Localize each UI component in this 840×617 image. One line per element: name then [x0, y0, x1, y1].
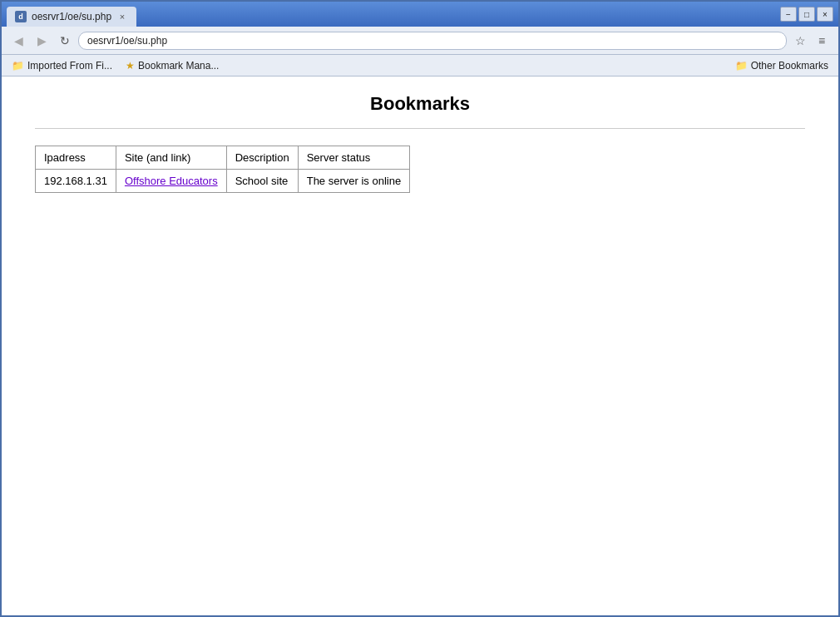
bookmarks-table: Ipadress Site (and link) Description Ser…: [35, 146, 410, 193]
cell-description: School site: [226, 170, 298, 193]
bookmark-star-button[interactable]: ☆: [790, 31, 810, 51]
site-link[interactable]: Offshore Educators: [125, 175, 218, 187]
bookmarks-bar: 📁 Imported From Fi... ★ Bookmark Mana...…: [2, 55, 838, 77]
minimize-button[interactable]: −: [780, 7, 797, 22]
table-header-row: Ipadress Site (and link) Description Ser…: [36, 146, 410, 170]
bookmark-item-other[interactable]: 📁 Other Bookmarks: [732, 58, 832, 73]
col-header-ip: Ipadress: [36, 146, 116, 170]
table-row: 192.168.1.31 Offshore Educators School s…: [36, 170, 410, 193]
tab-bar: d oesrvr1/oe/su.php ×: [7, 2, 777, 27]
navigation-bar: ◀ ▶ ↻ oesrvr1/oe/su.php ☆ ≡: [2, 27, 838, 55]
back-button[interactable]: ◀: [8, 31, 28, 51]
browser-tab[interactable]: d oesrvr1/oe/su.php ×: [7, 7, 136, 27]
bookmark-item-manager[interactable]: ★ Bookmark Mana...: [122, 58, 222, 73]
page-content: Bookmarks Ipadress Site (and link) Descr…: [2, 77, 838, 615]
tab-close-button[interactable]: ×: [116, 11, 128, 22]
refresh-button[interactable]: ↻: [55, 31, 75, 51]
bookmarks-right: 📁 Other Bookmarks: [732, 58, 832, 73]
divider: [35, 128, 805, 129]
folder-icon: 📁: [12, 60, 24, 72]
page-title: Bookmarks: [35, 93, 805, 115]
star-bookmark-icon: ★: [126, 60, 135, 72]
cell-site: Offshore Educators: [116, 170, 226, 193]
title-bar: d oesrvr1/oe/su.php × − □ ×: [2, 2, 838, 27]
maximize-button[interactable]: □: [798, 7, 815, 22]
window-controls: − □ ×: [780, 7, 833, 22]
bookmark-label-manager: Bookmark Mana...: [138, 60, 219, 72]
settings-icon: ≡: [818, 34, 825, 47]
back-icon: ◀: [14, 34, 23, 47]
browser-window: d oesrvr1/oe/su.php × − □ × ◀ ▶ ↻ oesrvr…: [0, 0, 840, 617]
bookmark-label-imported: Imported From Fi...: [27, 60, 112, 72]
page-inner: Bookmarks Ipadress Site (and link) Descr…: [2, 77, 838, 210]
nav-action-icons: ☆ ≡: [790, 31, 832, 51]
cell-ip: 192.168.1.31: [36, 170, 116, 193]
forward-icon: ▶: [37, 34, 47, 47]
col-header-description: Description: [226, 146, 298, 170]
close-button[interactable]: ×: [817, 7, 833, 22]
col-header-site: Site (and link): [116, 146, 226, 170]
forward-button[interactable]: ▶: [32, 31, 52, 51]
tab-favicon: d: [15, 11, 27, 22]
col-header-status: Server status: [298, 146, 409, 170]
bookmark-label-other: Other Bookmarks: [751, 60, 828, 72]
address-bar[interactable]: oesrvr1/oe/su.php: [78, 32, 787, 50]
tab-title: oesrvr1/oe/su.php: [32, 11, 111, 22]
address-text: oesrvr1/oe/su.php: [87, 35, 167, 47]
cell-status: The server is online: [298, 170, 409, 193]
other-folder-icon: 📁: [735, 60, 748, 72]
settings-button[interactable]: ≡: [812, 31, 832, 51]
star-icon: ☆: [795, 34, 806, 47]
refresh-icon: ↻: [60, 34, 70, 47]
bookmark-item-imported[interactable]: 📁 Imported From Fi...: [8, 58, 116, 73]
